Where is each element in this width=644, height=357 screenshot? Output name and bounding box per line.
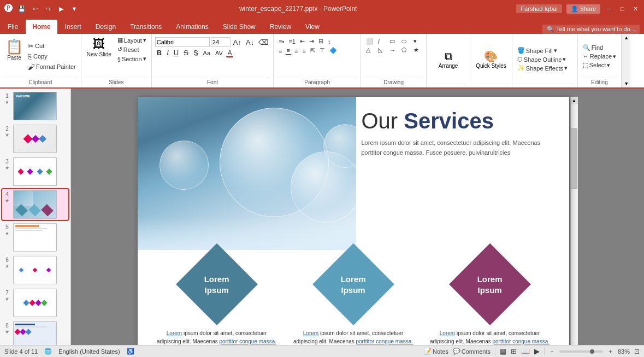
bullets-button[interactable]: ≡• [277,38,286,45]
shape-arrow[interactable]: → [388,46,399,54]
increase-font-button[interactable]: A↑ [232,38,243,47]
align-left-button[interactable]: ≡ [277,47,283,55]
diamond-desc-link-1[interactable]: Lorem [167,330,182,336]
text-align-button[interactable]: ⊤ [318,46,327,55]
shape-rtriangle[interactable]: ◺ [376,46,388,54]
paste-button[interactable]: 📋 Paste [3,38,25,62]
normal-view-button[interactable]: ▦ [500,347,506,355]
slideshow-button[interactable]: ▶ [534,347,540,355]
shape-effects-button[interactable]: ✨ Shape Effects ▾ [516,64,574,72]
decrease-font-button[interactable]: A↓ [244,38,256,47]
zoom-thumb[interactable] [590,349,594,354]
format-painter-button[interactable]: 🖌 Format Painter [26,62,78,72]
align-center-button[interactable]: ≡ [285,46,292,55]
ribbon-scroll-down[interactable]: ▼ [622,80,630,87]
diamond-desc-link-3[interactable]: Lorem [440,330,455,336]
font-spacing-button[interactable]: AV [214,49,224,57]
slide-thumb-2[interactable]: 2 ★ [2,124,68,154]
justify-button[interactable]: ≡ [300,47,307,55]
layout-button[interactable]: ▦ Layout ▾ [116,36,148,44]
tab-transitions[interactable]: Transitions [123,20,168,34]
italic-button[interactable]: I [165,48,170,57]
reset-button[interactable]: ↺ Reset [116,45,148,54]
tab-animations[interactable]: Animations [169,20,215,34]
maximize-button[interactable]: □ [618,4,627,13]
scroll-thumb-v[interactable] [571,128,577,189]
undo-button[interactable]: ↩ [29,3,40,14]
slide-thumb-5[interactable]: 5 ★ [2,222,68,253]
section-button[interactable]: § Section ▾ [116,55,148,63]
copy-button[interactable]: ⎘ Copy [26,52,78,61]
slide-thumb-3[interactable]: 3 ★ [2,156,68,187]
zoom-in-button[interactable]: ＋ [607,347,613,355]
slide-sorter-button[interactable]: ⊞ [511,347,517,355]
close-button[interactable]: ✕ [631,4,640,13]
shape-rect[interactable]: ▭ [388,37,399,45]
clear-format-button[interactable]: ⌫ [257,38,270,47]
comments-button[interactable]: 💬 Comments [453,348,491,355]
slide-thumb-4[interactable]: 4 ★ [2,189,68,220]
text-shadow-button[interactable]: S [192,48,200,57]
shape-outline-button[interactable]: ⬡ Shape Outline ▾ [516,55,574,63]
tab-slideshow[interactable]: Slide Show [216,20,262,34]
notes-button[interactable]: 📝 Notes [424,348,448,355]
numbering-button[interactable]: ≡1 [287,38,297,45]
ribbon-scroll-up[interactable]: ▲ [622,34,630,42]
columns-button[interactable]: ⊟ [317,37,325,45]
shape-star[interactable]: ★ [412,46,423,54]
slide-thumb-1[interactable]: 1 ★ AWESOME [2,91,68,121]
redo-button[interactable]: ↪ [43,3,54,14]
reading-view-button[interactable]: 📖 [521,347,530,355]
slide-thumb-7[interactable]: 7 ★ [2,288,68,318]
shape-textbox[interactable]: ⬜ [364,37,376,45]
select-button[interactable]: ⬚ Select ▾ [581,61,618,69]
font-size-input[interactable] [211,37,231,47]
shape-triangle[interactable]: △ [364,46,376,54]
fit-slide-button[interactable]: ⊡ [634,348,640,355]
tab-file[interactable]: File [1,20,25,34]
shapes-more[interactable]: ▾ [412,37,423,45]
save-button[interactable]: 💾 [16,3,27,14]
underline-button[interactable]: U [172,48,180,57]
tab-view[interactable]: View [299,20,326,34]
arrange-button[interactable]: ⧉ Arrange [436,49,460,70]
font-name-input[interactable] [155,37,210,47]
align-right-button[interactable]: ≡ [293,47,299,55]
zoom-slider[interactable] [559,350,603,353]
find-button[interactable]: 🔍 Find [581,44,618,52]
qat-dropdown[interactable]: ▼ [69,3,80,14]
increase-indent-button[interactable]: ⇥ [308,37,316,45]
line-spacing-button[interactable]: ↕ [326,38,333,45]
quick-styles-button[interactable]: 🎨 Quick Styles [474,49,509,70]
shape-pentagon[interactable]: ⬠ [400,46,411,54]
share-button[interactable]: 👤 Share [566,4,600,14]
tab-review[interactable]: Review [263,20,298,34]
present-button[interactable]: ▶ [56,3,67,14]
tab-insert[interactable]: Insert [58,20,88,34]
decrease-indent-button[interactable]: ⇤ [298,37,306,45]
font-color-button[interactable]: A [226,49,233,57]
slide-canvas[interactable]: Our Services Lorem ipsum dolor sit amet,… [138,97,569,345]
user-name[interactable]: Farshad Iqbal [516,4,562,13]
shape-ellipse[interactable]: ⬭ [400,37,411,45]
strikethrough-button[interactable]: S [182,48,190,57]
minimize-button[interactable]: ─ [605,4,613,13]
diamond-desc-link-2[interactable]: Lorem [303,330,318,336]
scroll-up-button[interactable]: ▲ [571,97,578,104]
shape-line[interactable]: / [376,37,388,45]
bold-button[interactable]: B [155,48,163,57]
new-slide-button[interactable]: 🖼 New Slide [85,36,114,58]
text-direction-button[interactable]: ⇱ [309,46,317,55]
slide-thumb-8[interactable]: 8 ★ [2,320,68,345]
cut-button[interactable]: ✂ Cut [26,42,78,51]
tab-design[interactable]: Design [89,20,122,34]
smartart-button[interactable]: 🔷 [328,46,339,55]
tell-me-input[interactable]: 🔍 Tell me what you want to do... [542,25,640,34]
slide-thumb-6[interactable]: 6 ★ [2,255,68,285]
replace-button[interactable]: ↔ Replace ▾ [581,52,618,61]
change-case-button[interactable]: Aa [202,49,212,57]
tab-home[interactable]: Home [26,20,57,34]
zoom-out-button[interactable]: － [549,347,555,355]
slide-panel[interactable]: 1 ★ AWESOME 2 ★ [0,89,71,345]
shape-fill-button[interactable]: 🪣 Shape Fill ▾ [516,46,574,55]
